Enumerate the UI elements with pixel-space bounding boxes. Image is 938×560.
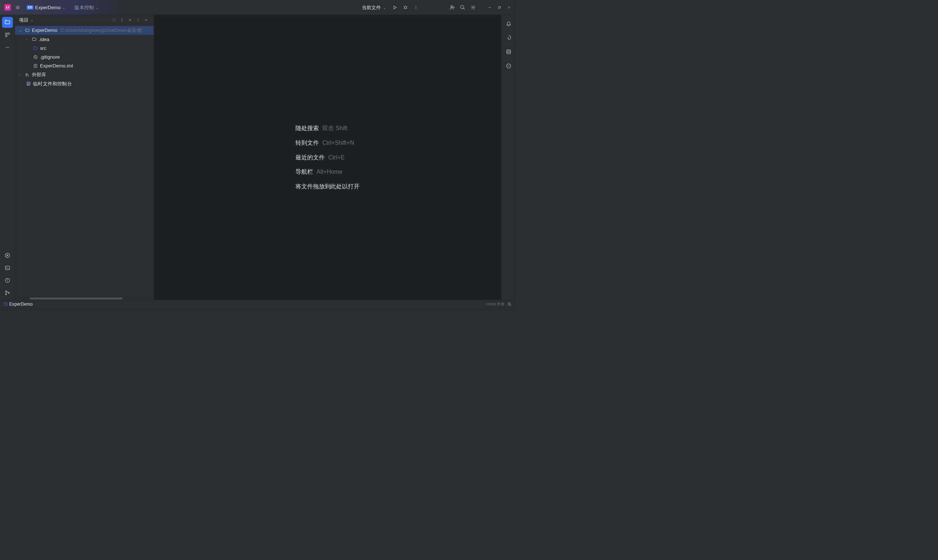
hint-recent-files: 最近的文件 Ctrl+E	[295, 154, 360, 162]
vcs-menu[interactable]: 版本控制 ⌄	[74, 4, 98, 11]
library-icon	[25, 72, 30, 77]
hint-drop-file: 将文件拖放到此处以打开	[295, 183, 360, 191]
chevron-right-icon[interactable]: ›	[26, 37, 30, 42]
svg-rect-9	[6, 33, 7, 34]
source-folder-icon	[32, 45, 38, 51]
vcs-label: 版本控制	[74, 4, 94, 11]
tree-node-external-libs[interactable]: › 外部库	[15, 70, 154, 79]
more-circle-icon	[506, 63, 511, 69]
welcome-hints: 随处搜索 双击 Shift 转到文件 Ctrl+Shift+N 最近的文件 Ct…	[295, 124, 360, 190]
lock-off-icon[interactable]	[507, 302, 512, 306]
ai-assistant-tool-button[interactable]	[503, 32, 514, 43]
scratch-icon	[26, 81, 31, 86]
svg-point-2	[416, 7, 417, 8]
target-icon	[111, 18, 116, 22]
module-folder-icon	[25, 28, 30, 33]
svg-rect-15	[5, 266, 9, 270]
tree-root-node[interactable]: ⌄ ExperDemo C:\Users\hongmeng\OneDrive\桌…	[15, 26, 154, 35]
svg-point-21	[114, 19, 114, 20]
run-config-selector[interactable]: 当前文件 ⌄	[359, 3, 389, 11]
svg-point-33	[508, 66, 509, 66]
svg-point-19	[8, 292, 9, 294]
panel-h-scrollbar[interactable]	[15, 297, 154, 300]
close-icon	[507, 6, 511, 9]
close-button[interactable]	[505, 3, 514, 12]
settings-button[interactable]	[469, 3, 478, 12]
hint-shortcut: Ctrl+Shift+N	[322, 140, 354, 146]
chevron-right-icon[interactable]: ›	[19, 72, 23, 77]
structure-icon	[5, 32, 10, 37]
project-tool-button[interactable]	[2, 17, 13, 28]
tree-node-scratch[interactable]: 临时文件和控制台	[15, 79, 154, 88]
editor-area[interactable]: 随处搜索 双击 Shift 转到文件 Ctrl+Shift+N 最近的文件 Ct…	[154, 15, 501, 300]
svg-point-6	[472, 6, 474, 8]
terminal-icon	[5, 265, 10, 271]
main-menu-button[interactable]	[14, 4, 22, 11]
more-actions-button[interactable]	[412, 3, 420, 12]
code-with-me-button[interactable]	[448, 3, 457, 12]
minimize-button[interactable]	[485, 3, 494, 12]
collapse-all-button[interactable]	[126, 17, 134, 24]
main-layout: 项目 ⌄	[0, 15, 516, 300]
status-left[interactable]: ExperDemo	[4, 302, 32, 307]
project-name-label: ExperDemo	[35, 5, 61, 10]
problems-tool-button[interactable]	[2, 275, 13, 286]
hamburger-icon	[15, 5, 20, 9]
services-tool-button[interactable]	[2, 250, 13, 261]
run-button[interactable]	[391, 3, 399, 12]
node-label: .idea	[39, 37, 49, 42]
title-bar: IJ ED ExperDemo ⌄ 版本控制 ⌄ 当前文件 ⌄	[0, 0, 516, 15]
svg-point-17	[6, 291, 6, 292]
expand-all-button[interactable]	[118, 17, 126, 24]
more-tool-button[interactable]	[2, 42, 13, 53]
structure-tool-button[interactable]	[2, 29, 13, 40]
warning-icon	[5, 277, 10, 283]
chevron-down-icon: ⌄	[62, 5, 65, 9]
hint-label: 将文件拖放到此处以打开	[295, 183, 360, 191]
expand-icon	[120, 18, 124, 22]
tree-node-idea[interactable]: › .idea	[15, 35, 154, 44]
hint-label: 随处搜索	[295, 124, 319, 132]
tree-node-gitignore[interactable]: .gitignore	[15, 53, 154, 62]
debug-button[interactable]	[401, 3, 410, 12]
terminal-tool-button[interactable]	[2, 262, 13, 274]
bell-icon	[506, 21, 511, 26]
kebab-icon	[136, 18, 140, 22]
hide-panel-button[interactable]	[143, 17, 150, 24]
panel-options-button[interactable]	[135, 17, 142, 24]
project-panel-header: 项目 ⌄	[15, 15, 154, 25]
ellipsis-icon	[5, 45, 9, 50]
status-right: CSDN 作者	[486, 302, 512, 306]
tree-node-iml[interactable]: ExperDemo.iml	[15, 62, 154, 70]
project-selector[interactable]: ED ExperDemo ⌄	[25, 4, 68, 11]
svg-point-34	[509, 66, 510, 66]
svg-point-29	[29, 82, 31, 83]
tree-node-src[interactable]: src	[15, 44, 154, 52]
select-opened-file-button[interactable]	[110, 17, 118, 24]
node-path: C:\Users\hongmeng\OneDrive\桌面\配	[60, 27, 143, 34]
svg-point-18	[6, 294, 6, 295]
search-everywhere-button[interactable]	[458, 3, 467, 12]
maximize-button[interactable]	[495, 3, 504, 12]
hint-label: 转到文件	[295, 139, 319, 147]
more-right-tool-button[interactable]	[503, 60, 514, 71]
services-icon	[5, 252, 10, 258]
title-right: 当前文件 ⌄	[359, 3, 514, 12]
scrollbar-thumb[interactable]	[30, 298, 122, 300]
svg-point-13	[7, 47, 8, 48]
notifications-tool-button[interactable]	[503, 18, 514, 29]
svg-point-24	[138, 21, 138, 22]
database-tool-button[interactable]	[503, 46, 514, 57]
ignore-file-icon	[32, 54, 38, 60]
svg-point-30	[507, 50, 510, 51]
chevron-down-icon[interactable]: ⌄	[19, 28, 23, 32]
hint-shortcut: Ctrl+E	[328, 154, 344, 160]
project-panel-title[interactable]: 项目 ⌄	[19, 17, 33, 23]
svg-point-3	[416, 8, 417, 9]
app-icon[interactable]: IJ	[5, 4, 11, 11]
project-badge: ED	[27, 5, 34, 9]
git-tool-button[interactable]	[2, 287, 13, 298]
run-config-label: 当前文件	[362, 4, 381, 11]
chevron-down-icon: ⌄	[31, 18, 33, 22]
project-tree[interactable]: ⌄ ExperDemo C:\Users\hongmeng\OneDrive\桌…	[15, 25, 154, 300]
